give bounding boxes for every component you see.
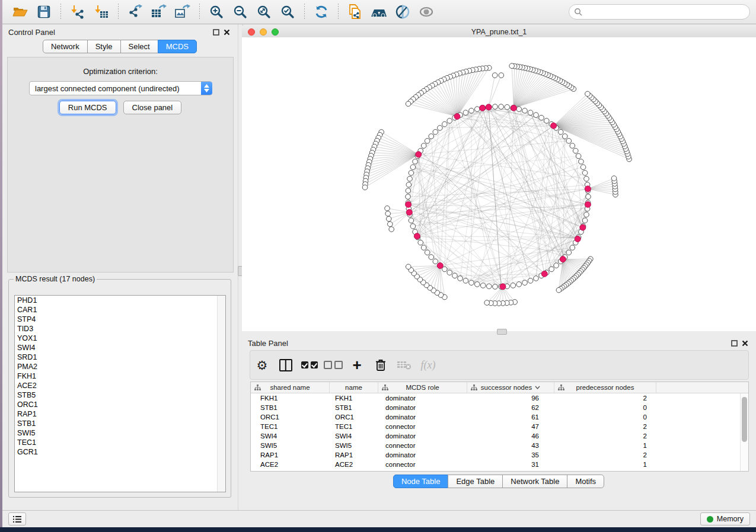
create-column-button[interactable]: + (345, 354, 369, 376)
graph-leaf-node[interactable] (406, 264, 411, 270)
graph-dominator-node[interactable] (580, 225, 586, 230)
graph-node[interactable] (534, 113, 539, 118)
table-row[interactable]: STB1STB1dominator620 (251, 403, 748, 412)
graph-node[interactable] (433, 259, 438, 264)
zoom-fit-button[interactable] (252, 2, 276, 22)
graph-node[interactable] (425, 250, 430, 255)
search-box[interactable] (569, 4, 750, 20)
mcds-result-list[interactable]: PHD1CAR1STP4TID3YOX1SWI4SRD1PMA2FKH1ACE2… (14, 295, 226, 492)
graph-leaf-node[interactable] (585, 91, 591, 97)
graph-leaf-node[interactable] (387, 222, 393, 227)
graph-node[interactable] (418, 240, 423, 245)
graph-node[interactable] (429, 134, 434, 139)
graph-node[interactable] (429, 255, 434, 260)
function-builder-button[interactable]: f(x) (416, 354, 440, 376)
graph-leaf-node[interactable] (492, 73, 497, 78)
refresh-layout-button[interactable] (310, 2, 333, 22)
graph-node[interactable] (458, 276, 463, 281)
graph-dominator-node[interactable] (416, 152, 422, 158)
graph-node[interactable] (447, 270, 452, 275)
open-file-button[interactable] (8, 2, 32, 22)
close-table-panel-button[interactable] (739, 338, 750, 348)
graph-node[interactable] (407, 176, 413, 181)
network-view-canvas[interactable] (242, 37, 756, 331)
export-table-button[interactable] (147, 2, 171, 22)
graph-node[interactable] (447, 118, 452, 124)
graph-node[interactable] (493, 104, 498, 110)
graph-node[interactable] (480, 283, 486, 289)
mcds-result-item[interactable]: GCR1 (15, 447, 225, 457)
optimization-criterion-select[interactable]: largest connected component (undirected) (29, 81, 212, 95)
graph-node[interactable] (452, 273, 458, 278)
mcds-result-item[interactable]: TEC1 (15, 438, 225, 447)
delete-table-button[interactable] (393, 354, 416, 376)
graph-node[interactable] (410, 224, 416, 229)
tab-edge-table[interactable]: Edge Table (448, 475, 503, 488)
graph-node[interactable] (549, 267, 554, 272)
table-row[interactable]: ORC1ORC1dominator610 (251, 412, 748, 422)
graph-node[interactable] (558, 129, 563, 134)
graph-leaf-node[interactable] (385, 211, 391, 216)
mcds-result-item[interactable]: STB5 (15, 390, 225, 400)
graph-node[interactable] (433, 129, 438, 134)
graph-node[interactable] (505, 104, 510, 110)
memory-button[interactable]: Memory (700, 512, 750, 525)
graph-node[interactable] (409, 171, 414, 176)
zoom-selected-button[interactable] (276, 2, 299, 22)
mcds-result-item[interactable]: TID3 (15, 324, 225, 334)
clone-network-button[interactable] (343, 2, 367, 22)
graph-dominator-node[interactable] (575, 236, 580, 242)
mcds-result-item[interactable]: CAR1 (15, 305, 225, 315)
column-header-successor-nodes[interactable]: successor nodes (467, 382, 554, 393)
mcds-result-item[interactable]: SWI5 (15, 428, 225, 438)
mcds-result-item[interactable]: SWI4 (15, 343, 225, 352)
graph-node[interactable] (539, 115, 544, 120)
graph-dominator-node[interactable] (551, 123, 557, 129)
graph-dominator-node[interactable] (511, 105, 516, 111)
zoom-in-button[interactable] (205, 2, 228, 22)
mcds-result-item[interactable]: ORC1 (15, 400, 225, 409)
table-row[interactable]: ACE2ACE2connector311 (251, 460, 748, 469)
graph-node[interactable] (580, 165, 586, 170)
select-all-columns-button[interactable] (298, 354, 321, 376)
graph-leaf-node[interactable] (484, 300, 490, 306)
graph-node[interactable] (576, 153, 581, 159)
graph-leaf-node[interactable] (406, 101, 411, 107)
mcds-result-item[interactable]: STB1 (15, 419, 225, 428)
graph-node[interactable] (425, 138, 430, 143)
table-row[interactable]: YOX1YOX1connector291 (251, 469, 748, 472)
graph-node[interactable] (566, 250, 572, 255)
graph-node[interactable] (486, 284, 492, 289)
graph-dominator-node[interactable] (406, 201, 412, 207)
graph-node[interactable] (474, 107, 480, 112)
graph-leaf-node[interactable] (385, 206, 390, 211)
horizontal-splitter[interactable] (242, 331, 756, 335)
search-network-button[interactable] (367, 2, 391, 22)
graph-dominator-node[interactable] (541, 271, 547, 277)
graph-dominator-node[interactable] (414, 233, 420, 239)
graph-node[interactable] (511, 283, 516, 289)
search-input[interactable] (582, 7, 745, 17)
graph-node[interactable] (463, 278, 468, 284)
graph-node[interactable] (544, 118, 549, 124)
float-table-panel-button[interactable] (729, 338, 739, 348)
graph-node[interactable] (584, 176, 589, 181)
mcds-result-item[interactable]: SRD1 (15, 352, 225, 362)
tab-mcds[interactable]: MCDS (158, 40, 197, 53)
graph-node[interactable] (421, 245, 426, 251)
graph-node[interactable] (579, 159, 584, 164)
mcds-result-item[interactable]: YOX1 (15, 334, 225, 343)
graph-node[interactable] (528, 278, 533, 284)
close-panel-button[interactable] (221, 27, 232, 37)
graph-dominator-node[interactable] (454, 114, 460, 120)
graph-node[interactable] (463, 110, 468, 116)
graph-dominator-node[interactable] (585, 201, 591, 207)
graph-node[interactable] (522, 280, 528, 286)
graph-node[interactable] (410, 165, 416, 170)
graph-leaf-node[interactable] (556, 287, 562, 293)
graph-node[interactable] (442, 121, 448, 127)
graph-dominator-node[interactable] (486, 104, 492, 110)
graph-node[interactable] (528, 110, 533, 116)
table-row[interactable]: TEC1TEC1connector472 (251, 422, 748, 431)
table-row[interactable]: SWI5SWI5connector431 (251, 441, 748, 450)
